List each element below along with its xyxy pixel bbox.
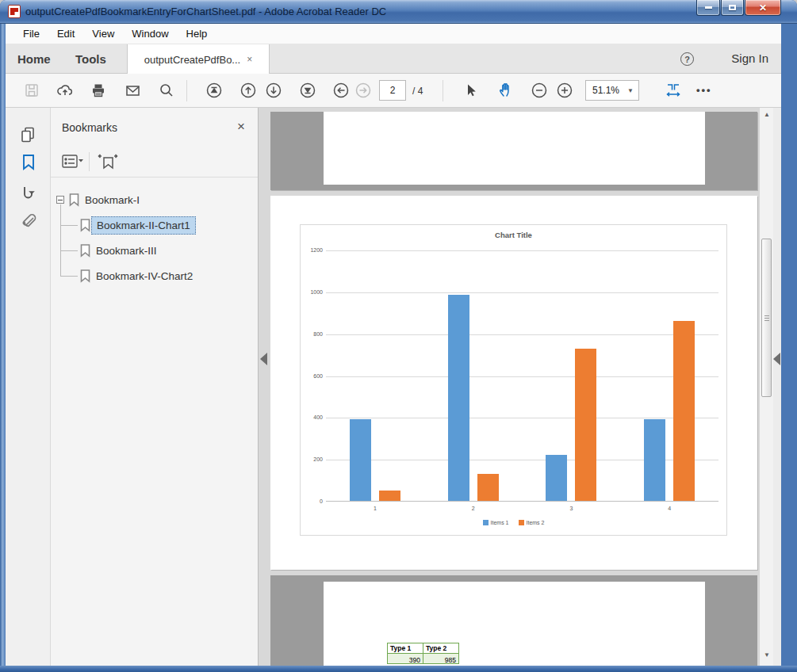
bar-items-2 xyxy=(673,321,695,501)
zoom-out-icon xyxy=(531,82,548,99)
sign-in-button[interactable]: Sign In xyxy=(731,52,768,65)
bookmark-icon xyxy=(68,193,80,207)
legend-swatch xyxy=(483,520,489,525)
bookmark-item[interactable]: Bookmark-IV-Chart2 xyxy=(51,263,255,288)
tab-tools[interactable]: Tools xyxy=(75,44,106,74)
more-tools-button[interactable]: ••• xyxy=(696,84,712,96)
toolbar-separator xyxy=(186,80,187,101)
tab-bar: Home Tools outputCreatePdfBo... × ? Sign… xyxy=(6,44,781,74)
collapse-left-panel-icon[interactable] xyxy=(260,353,267,365)
zoom-in-button[interactable] xyxy=(556,82,573,99)
menu-help[interactable]: Help xyxy=(178,25,216,43)
page-thumbnails-icon xyxy=(19,125,38,144)
document-tab-close-icon[interactable]: × xyxy=(247,54,252,65)
document-pane: Chart Title 0200400600800100012001234 It… xyxy=(259,108,773,666)
table-cell: 390 xyxy=(387,653,423,664)
bookmark-label[interactable]: Bookmark-IV-Chart2 xyxy=(91,268,197,284)
pdf-page-3-partial: Type 1Type 2390985 xyxy=(270,575,757,666)
save-button[interactable] xyxy=(23,82,40,99)
minimize-button[interactable] xyxy=(696,0,720,16)
tab-home[interactable]: Home xyxy=(17,44,51,74)
bookmarks-toolbar-separator xyxy=(89,152,90,171)
bar-items-2 xyxy=(477,474,499,501)
expand-current-bookmark-button[interactable] xyxy=(98,151,118,175)
window-border xyxy=(0,666,797,672)
toolbar-separator xyxy=(443,80,443,101)
bookmark-options-button[interactable] xyxy=(61,153,83,174)
bar-items-1 xyxy=(448,295,469,501)
bookmark-item[interactable]: Bookmark-II-Chart1 xyxy=(51,212,255,238)
cloud-upload-icon xyxy=(56,82,74,98)
bookmark-label[interactable]: Bookmark-III xyxy=(91,242,162,259)
save-icon xyxy=(24,82,40,98)
window-controls: ✕ xyxy=(696,0,781,16)
bookmarks-panel-button[interactable] xyxy=(19,153,38,172)
pdf-page-1-partial xyxy=(270,112,757,190)
search-icon xyxy=(159,82,174,98)
first-page-button[interactable] xyxy=(205,82,223,99)
legend-item: Items 2 xyxy=(519,520,545,525)
select-tool-button[interactable] xyxy=(462,82,479,99)
acrobat-reader-window: outputCreatePdfBookmarkEntryForChartShee… xyxy=(0,0,797,672)
menu-file[interactable]: File xyxy=(14,25,48,43)
attachments-button[interactable] xyxy=(19,212,38,231)
search-button[interactable] xyxy=(158,82,175,99)
zoom-level-value: 51.1% xyxy=(586,85,627,96)
print-button[interactable] xyxy=(90,82,107,99)
close-icon: ✕ xyxy=(759,2,767,13)
page-3-content-area: Type 1Type 2390985 xyxy=(324,582,705,666)
cloud-upload-button[interactable] xyxy=(56,82,74,99)
email-icon xyxy=(125,82,141,98)
next-page-button[interactable] xyxy=(265,82,282,99)
scroll-down-icon[interactable]: ▼ xyxy=(760,648,773,662)
x-axis-category-label: 1 xyxy=(367,506,383,511)
bookmark-label[interactable]: Bookmark-I xyxy=(80,192,144,208)
x-axis-category-label: 4 xyxy=(661,506,677,511)
tree-connector xyxy=(60,276,78,277)
bar-items-2 xyxy=(575,349,596,501)
x-axis-category-label: 3 xyxy=(563,506,579,511)
scroll-up-icon[interactable]: ▲ xyxy=(760,108,773,121)
menu-window[interactable]: Window xyxy=(123,25,177,43)
last-page-button[interactable] xyxy=(299,82,316,99)
fit-width-button[interactable] xyxy=(665,82,682,99)
page-total-label: / 4 xyxy=(412,86,423,97)
hand-tool-icon xyxy=(497,82,515,99)
collapse-expander-icon[interactable] xyxy=(56,196,64,204)
zoom-level-dropdown[interactable]: 51.1% ▼ xyxy=(585,80,639,101)
bookmark-label-selected[interactable]: Bookmark-II-Chart1 xyxy=(91,216,196,235)
bookmark-icon xyxy=(79,243,91,258)
close-button[interactable]: ✕ xyxy=(745,0,781,16)
document-tab-label: outputCreatePdfBo... xyxy=(144,54,240,66)
help-icon[interactable]: ? xyxy=(680,52,694,66)
chart-legend: Items 1Items 2 xyxy=(301,520,726,525)
table-header-cell: Type 2 xyxy=(423,643,459,654)
window-border xyxy=(781,24,797,672)
menu-edit[interactable]: Edit xyxy=(48,25,83,43)
expand-bookmark-icon xyxy=(98,151,118,172)
window-title: outputCreatePdfBookmarkEntryForChartShee… xyxy=(25,6,386,17)
scrollbar-thumb[interactable] xyxy=(761,239,772,397)
collapse-right-panel-icon[interactable] xyxy=(773,353,780,365)
bookmark-item[interactable]: Bookmark-III xyxy=(51,238,255,263)
bookmark-item[interactable]: Bookmark-I xyxy=(51,187,255,212)
previous-page-button[interactable] xyxy=(239,82,257,99)
zoom-in-icon xyxy=(556,82,573,99)
maximize-button[interactable] xyxy=(721,0,744,16)
previous-view-button[interactable] xyxy=(332,82,350,99)
bookmarks-panel-close-icon[interactable]: × xyxy=(237,119,245,135)
zoom-out-button[interactable] xyxy=(531,82,548,99)
menu-view[interactable]: View xyxy=(83,25,123,43)
page-number-input[interactable] xyxy=(379,80,406,101)
page-thumbnails-button[interactable] xyxy=(19,125,38,144)
email-button[interactable] xyxy=(124,82,141,99)
minimize-icon xyxy=(705,6,712,9)
tree-connector xyxy=(60,250,78,251)
destinations-button[interactable] xyxy=(19,184,38,203)
vertical-scrollbar[interactable]: ▲ ▼ xyxy=(759,108,773,666)
maximize-icon xyxy=(729,5,736,10)
tab-document[interactable]: outputCreatePdfBo... × xyxy=(127,44,270,74)
y-axis-tick-label: 200 xyxy=(301,456,323,462)
next-view-button[interactable] xyxy=(354,82,372,99)
hand-tool-button[interactable] xyxy=(497,82,515,99)
